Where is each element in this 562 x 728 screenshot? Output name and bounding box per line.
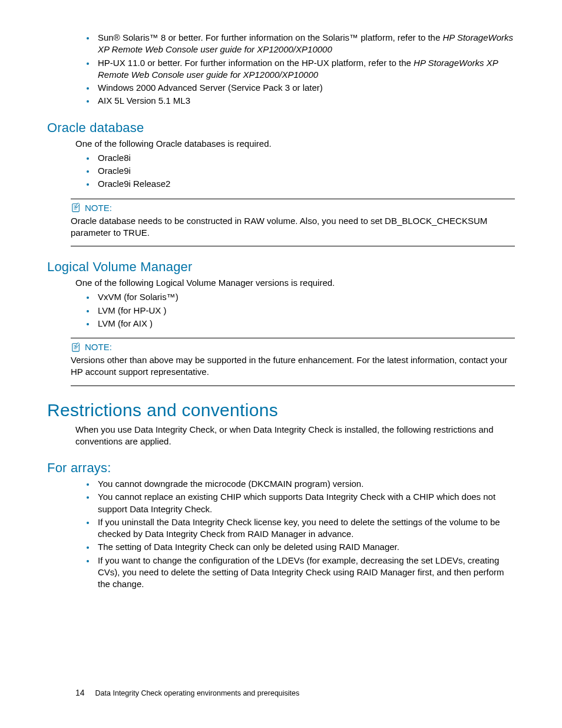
note-body: Versions other than above may be support… (71, 354, 515, 378)
page: Sun® Solaris™ 8 or better. For further i… (0, 0, 562, 728)
list-item: AIX 5L Version 5.1 ML3 (95, 95, 515, 107)
restrictions-heading: Restrictions and conventions (47, 400, 515, 420)
note-body: Oracle database needs to be constructed … (71, 215, 515, 239)
oracle-list: Oracle8iOracle9iOracle9i Release2 (75, 152, 515, 190)
page-footer: 14 Data Integrity Check operating enviro… (75, 688, 299, 697)
lvm-paragraph: One of the following Logical Volume Mana… (75, 277, 515, 289)
list-item: LVM (for HP-UX ) (95, 305, 515, 317)
list-item: The setting of Data Integrity Check can … (95, 541, 515, 553)
note-header: NOTE: (71, 342, 515, 352)
intro-list: Sun® Solaris™ 8 or better. For further i… (75, 32, 515, 107)
page-number: 14 (75, 688, 85, 697)
list-item: Oracle9i (95, 165, 515, 177)
footer-text: Data Integrity Check operating environme… (95, 689, 300, 697)
lvm-list: VxVM (for Solaris™)LVM (for HP-UX )LVM (… (75, 291, 515, 330)
oracle-paragraph: One of the following Oracle databases is… (75, 138, 515, 150)
list-item: HP-UX 11.0 or better. For further inform… (95, 57, 515, 81)
list-item: Oracle9i Release2 (95, 178, 515, 190)
arrays-heading: For arrays: (47, 460, 515, 476)
lvm-heading: Logical Volume Manager (47, 259, 515, 275)
note-icon (71, 203, 81, 212)
note-label: NOTE: (85, 203, 112, 213)
list-item: If you uninstall the Data Integrity Chec… (95, 516, 515, 541)
list-item: Windows 2000 Advanced Server (Service Pa… (95, 82, 515, 94)
list-item: If you want to change the configuration … (95, 555, 515, 591)
note-label: NOTE: (85, 342, 112, 352)
list-item: Sun® Solaris™ 8 or better. For further i… (95, 32, 515, 56)
list-item: You cannot downgrade the microcode (DKCM… (95, 478, 515, 490)
list-item: You cannot replace an existing CHIP whic… (95, 491, 515, 515)
oracle-note: NOTE: Oracle database needs to be constr… (71, 199, 515, 247)
restrictions-paragraph: When you use Data Integrity Check, or wh… (75, 424, 515, 448)
note-icon (71, 342, 81, 352)
list-item: VxVM (for Solaris™) (95, 291, 515, 303)
note-header: NOTE: (71, 203, 515, 213)
arrays-list: You cannot downgrade the microcode (DKCM… (75, 478, 515, 590)
content-area: Sun® Solaris™ 8 or better. For further i… (47, 32, 515, 590)
list-item: LVM (for AIX ) (95, 318, 515, 330)
lvm-note: NOTE: Versions other than above may be s… (71, 338, 515, 386)
list-item: Oracle8i (95, 152, 515, 164)
oracle-heading: Oracle database (47, 120, 515, 136)
